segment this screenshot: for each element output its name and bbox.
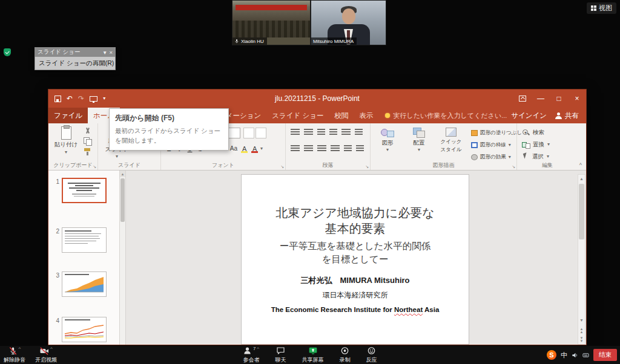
copy-icon[interactable] xyxy=(82,137,93,145)
system-tray-area: S 中 结束 xyxy=(547,346,617,364)
slide-thumbnail-4[interactable]: 4 xyxy=(48,317,107,342)
security-shield-icon[interactable] xyxy=(4,48,11,56)
view-button[interactable]: 视图 xyxy=(587,2,616,14)
decrease-indent-icon[interactable] xyxy=(317,129,325,135)
quick-access-toolbar: ↶ ↷ ▾ xyxy=(48,94,105,103)
chevron-down-icon: ▾ xyxy=(418,148,420,152)
paste-button[interactable]: 貼り付け ▾ xyxy=(52,126,80,155)
tab-review[interactable]: 校閲 xyxy=(329,108,354,123)
slide-2-preview[interactable] xyxy=(62,227,107,253)
slideshow-popup-titlebar[interactable]: スライド ショー ▾ × xyxy=(35,47,116,57)
align-left-icon[interactable] xyxy=(291,145,300,152)
scroll-up-icon[interactable]: ▲ xyxy=(120,171,125,177)
customize-qat-icon[interactable]: ▾ xyxy=(103,96,105,101)
align-right-icon[interactable] xyxy=(317,145,326,152)
format-painter-icon[interactable] xyxy=(82,148,93,155)
slide-4-preview[interactable] xyxy=(62,317,107,342)
collapse-ribbon-icon[interactable]: ^ xyxy=(579,162,582,168)
scroll-down-icon[interactable]: ▼ xyxy=(579,316,584,324)
current-slide[interactable]: 北東アジア地域協力に必要な 基本的要素 ー平等互恵を基礎とした水平的関係 を目標… xyxy=(241,174,469,345)
align-center-icon[interactable] xyxy=(304,145,313,152)
dialog-launcher-icon[interactable]: ↘ xyxy=(512,164,515,169)
reactions-button[interactable]: 反应 xyxy=(366,346,377,364)
numbering-icon[interactable] xyxy=(304,129,313,135)
slide-thumbnail-3[interactable]: 3 xyxy=(48,271,107,297)
slide-scrollbar[interactable]: ▲ ▼ ▲ ▲ ▼ ▼ xyxy=(578,174,585,345)
shrink-font-button[interactable] xyxy=(256,128,266,138)
font-color-button[interactable]: A xyxy=(250,143,259,154)
minimize-button[interactable]: — xyxy=(532,89,550,108)
highlight-color-button[interactable]: A xyxy=(240,143,249,154)
close-icon[interactable]: × xyxy=(109,49,113,56)
grow-font-button[interactable] xyxy=(243,128,254,138)
video-tile-speaker[interactable]: Mitsuhiro MIMURA xyxy=(311,0,386,45)
shape-outline-button[interactable]: 図形の枠線 ▾ xyxy=(471,140,511,150)
conference-banner xyxy=(236,5,307,10)
slide-3-preview[interactable] xyxy=(62,271,107,297)
shapes-button[interactable]: 図形 ▾ xyxy=(374,128,401,152)
dialog-launcher-icon[interactable]: ↘ xyxy=(365,164,369,169)
next-slide-button[interactable]: ▼ ▼ xyxy=(580,337,584,342)
share-button[interactable]: 共有 xyxy=(555,111,579,120)
start-slideshow-icon[interactable] xyxy=(90,96,97,102)
scrollbar-thumb[interactable] xyxy=(120,178,125,222)
redo-icon[interactable]: ↷ xyxy=(78,94,84,103)
chat-label: 聊天 xyxy=(275,356,286,364)
scrollbar-thumb[interactable] xyxy=(579,184,584,239)
previous-slide-button[interactable]: ▲ ▲ xyxy=(580,328,584,333)
scroll-up-icon[interactable]: ▲ xyxy=(578,175,585,183)
dialog-launcher-icon[interactable]: ↘ xyxy=(93,164,96,169)
unmute-button[interactable]: ^ 解除静音 xyxy=(4,346,25,364)
chevron-up-icon[interactable]: ^ xyxy=(50,346,53,351)
quick-styles-button[interactable]: クイック スタイル xyxy=(436,128,466,154)
replace-button[interactable]: 置換 ▾ xyxy=(522,140,550,149)
undo-icon[interactable]: ↶ xyxy=(67,94,73,103)
columns-icon[interactable] xyxy=(344,145,352,152)
ppt-titlebar[interactable]: ↶ ↷ ▾ jlu.20211215 - PowerPoint — □ × xyxy=(48,89,586,108)
tab-view[interactable]: 表示 xyxy=(354,108,379,123)
smartart-convert-icon[interactable] xyxy=(356,145,364,152)
participants-button[interactable]: 7 ^ 参会者 xyxy=(243,346,260,364)
line-spacing-icon[interactable] xyxy=(341,129,351,135)
record-button[interactable]: 录制 xyxy=(340,346,351,364)
dialog-launcher-icon[interactable]: ↘ xyxy=(280,164,284,169)
tab-file[interactable]: ファイル xyxy=(48,108,88,123)
keyboard-tray-icon[interactable] xyxy=(582,352,589,359)
ime-mode-indicator[interactable]: 中 xyxy=(561,351,567,360)
sign-in-button[interactable]: サインイン xyxy=(511,111,547,120)
close-button[interactable]: × xyxy=(568,89,586,108)
chevron-up-icon[interactable]: ^ xyxy=(257,346,259,351)
sogou-ime-icon[interactable]: S xyxy=(547,350,556,360)
end-meeting-button[interactable]: 结束 xyxy=(593,349,617,361)
video-tile-room[interactable]: Xiaolin HU xyxy=(232,0,311,45)
shape-effects-label: 図形の効果 xyxy=(480,154,506,161)
ribbon-display-options-button[interactable] xyxy=(513,89,532,108)
tab-slideshow[interactable]: スライド ショー xyxy=(266,108,329,123)
chevron-down-icon[interactable]: ▾ xyxy=(104,49,107,56)
start-video-button[interactable]: ^ 开启视频 xyxy=(35,346,57,364)
slide-1-preview[interactable] xyxy=(62,178,107,203)
text-direction-icon[interactable] xyxy=(355,129,363,135)
change-case-button[interactable]: Aa xyxy=(229,143,239,154)
increase-indent-icon[interactable] xyxy=(329,129,337,135)
speaker-tray-icon[interactable] xyxy=(572,352,578,359)
shape-effects-button[interactable]: 図形の効果 ▾ xyxy=(471,152,511,162)
tell-me-box[interactable]: 実行したい作業を入力してください... xyxy=(385,108,507,123)
slide-thumbnail-2[interactable]: 2 xyxy=(48,227,107,253)
maximize-button[interactable]: □ xyxy=(550,89,568,108)
chevron-down-icon[interactable]: ▾ xyxy=(260,146,263,151)
share-screen-button[interactable]: 共享屏幕 xyxy=(302,346,324,364)
video-strip: Xiaolin HU Mitsuhiro MIMURA xyxy=(232,0,386,45)
chevron-up-icon[interactable]: ^ xyxy=(19,346,21,351)
save-icon[interactable] xyxy=(54,96,61,102)
resume-slideshow-button[interactable]: スライド ショーの再開(R) xyxy=(35,57,116,70)
bullets-icon[interactable] xyxy=(291,129,300,135)
chat-button[interactable]: 聊天 xyxy=(275,346,286,364)
select-button[interactable]: 選択 ▾ xyxy=(522,152,549,161)
justify-icon[interactable] xyxy=(331,145,340,152)
find-button[interactable]: 検索 xyxy=(522,128,544,137)
cut-icon[interactable] xyxy=(82,127,93,135)
thumbnail-scrollbar[interactable]: ▲ xyxy=(120,171,126,345)
slide-thumbnail-1[interactable]: 1 xyxy=(48,178,107,203)
arrange-button[interactable]: 配置 ▾ xyxy=(406,128,432,152)
